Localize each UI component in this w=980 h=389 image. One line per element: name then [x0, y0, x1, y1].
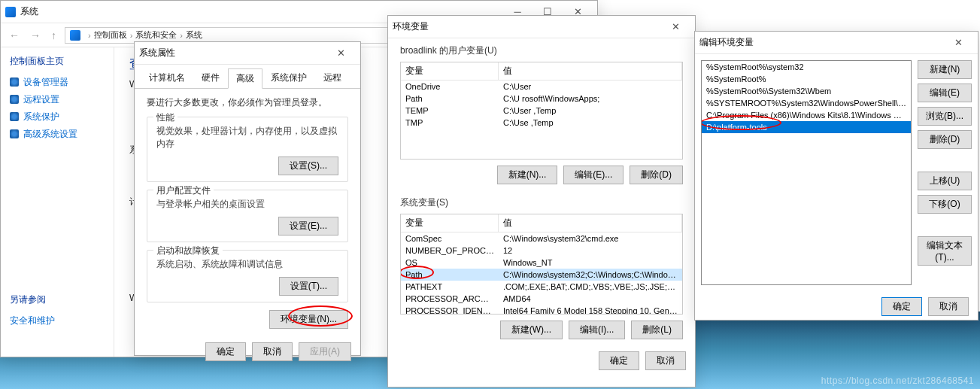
system-icon	[5, 7, 16, 17]
edit-env-var-dialog: 编辑环境变量 ✕ %SystemRoot%\system32%SystemRoo…	[694, 31, 978, 321]
side-button[interactable]: 上移(U)	[918, 172, 972, 190]
table-row[interactable]: PathC:\U rosoft\WindowsApps;	[401, 93, 682, 105]
list-item[interactable]: %SystemRoot%	[702, 73, 911, 85]
see-also-header: 另请参阅	[10, 293, 105, 306]
side-button[interactable]: 编辑文本(T)...	[918, 236, 972, 266]
table-row[interactable]: PATHEXT.COM;.EXE;.BAT;.CMD;.VBS;.VBE;.JS…	[401, 281, 682, 293]
sidebar-header[interactable]: 控制面板主页	[10, 55, 105, 68]
tab-advanced[interactable]: 高级	[228, 68, 262, 89]
ok-button[interactable]: 确定	[205, 342, 246, 361]
side-button[interactable]: 编辑(E)	[918, 84, 972, 102]
dialog-title: 编辑环境变量	[699, 36, 943, 49]
list-item[interactable]: C:\Program Files (x86)\Windows Kits\8.1\…	[702, 109, 911, 121]
user-edit-button[interactable]: 编辑(E)...	[563, 166, 623, 184]
cancel-button[interactable]: 取消	[645, 351, 686, 370]
sidebar-item-protection[interactable]: 系统保护	[10, 108, 105, 126]
dialog-title: 系统属性	[139, 47, 326, 59]
pc-icon	[70, 30, 80, 41]
close-button[interactable]: ✕	[660, 21, 690, 32]
table-row[interactable]: OSWindows_NT	[401, 257, 682, 269]
nav-fwd[interactable]: →	[28, 29, 43, 41]
table-row[interactable]: OneDriveC:\User	[401, 81, 682, 93]
group-profiles: 用户配置文件 与登录帐户相关的桌面设置 设置(E)...	[147, 190, 348, 242]
user-delete-button[interactable]: 删除(D)	[630, 166, 683, 184]
sys-edit-button[interactable]: 编辑(I)...	[569, 321, 625, 339]
sidebar-item-remote[interactable]: 远程设置	[10, 91, 105, 108]
env-vars-button[interactable]: 环境变量(N)...	[269, 310, 348, 329]
dialog-title: 环境变量	[393, 20, 660, 33]
group-startup: 启动和故障恢复 系统启动、系统故障和调试信息 设置(T)...	[147, 250, 348, 302]
table-row[interactable]: PROCESSOR_IDENTIFIERIntel64 Family 6 Mod…	[401, 305, 682, 315]
group-performance: 性能 视觉效果，处理器计划，内存使用，以及虚拟内存 设置(S)...	[147, 117, 348, 182]
list-item[interactable]: %SystemRoot%\System32\Wbem	[702, 85, 911, 97]
sys-vars-table[interactable]: 变量值 ComSpecC:\Windows\system32\cmd.exeNU…	[400, 214, 683, 315]
user-vars-table[interactable]: 变量值 OneDriveC:\UserPathC:\U rosoft\Windo…	[400, 62, 683, 160]
tab-computer-name[interactable]: 计算机名	[141, 68, 193, 88]
table-row[interactable]: ComSpecC:\Windows\system32\cmd.exe	[401, 232, 682, 245]
settings-e-button[interactable]: 设置(E)...	[278, 217, 338, 236]
sys-vars-label: 系统变量(S)	[388, 190, 695, 211]
tab-remote[interactable]: 远程	[315, 68, 350, 88]
table-row[interactable]: NUMBER_OF_PROCESSORS12	[401, 245, 682, 257]
ok-button[interactable]: 确定	[599, 351, 639, 370]
env-vars-dialog: 环境变量 ✕ broadlink 的用户变量(U) 变量值 OneDriveC:…	[387, 15, 696, 387]
apply-button[interactable]: 应用(A)	[299, 342, 351, 361]
cancel-button[interactable]: 取消	[928, 297, 969, 316]
table-row[interactable]: TMPC:\Use ,Temp	[401, 117, 682, 129]
see-also-security[interactable]: 安全和维护	[10, 312, 105, 330]
close-button[interactable]: ✕	[326, 47, 356, 59]
ok-button[interactable]: 确定	[881, 297, 922, 316]
close-button[interactable]: ✕	[943, 37, 973, 48]
list-item[interactable]: %SystemRoot%\system32	[702, 61, 911, 73]
settings-t-button[interactable]: 设置(T)...	[279, 277, 338, 296]
sidebar-item-advanced[interactable]: 高级系统设置	[10, 126, 105, 143]
tabs: 计算机名 硬件 高级 系统保护 远程	[135, 65, 360, 89]
watermark: https://blog.csdn.net/zkt286468541	[821, 375, 974, 386]
sidebar: 控制面板主页 设备管理器 远程设置 系统保护 高级系统设置 另请参阅 安全和维护	[1, 47, 114, 357]
admin-note: 要进行大多数更改，你必须作为管理员登录。	[147, 96, 348, 109]
path-list[interactable]: %SystemRoot%\system32%SystemRoot%%System…	[701, 60, 912, 285]
list-item[interactable]: D:\platform-tools	[702, 121, 911, 133]
user-new-button[interactable]: 新建(N)...	[497, 166, 558, 184]
user-vars-label: broadlink 的用户变量(U)	[388, 38, 695, 59]
nav-up[interactable]: ↑	[49, 29, 59, 41]
sys-delete-button[interactable]: 删除(L)	[631, 321, 683, 339]
table-row[interactable]: TEMPC:\User ,Temp	[401, 105, 682, 117]
side-button[interactable]: 删除(D)	[918, 130, 972, 149]
cancel-button[interactable]: 取消	[252, 342, 293, 361]
table-row[interactable]: PathC:\Windows\system32;C:\Windows;C:\Wi…	[401, 269, 682, 281]
sys-new-button[interactable]: 新建(W)...	[500, 321, 563, 339]
settings-s-button[interactable]: 设置(S)...	[278, 157, 338, 175]
side-button[interactable]: 浏览(B)...	[918, 107, 972, 126]
system-properties-dialog: 系统属性 ✕ 计算机名 硬件 高级 系统保护 远程 要进行大多数更改，你必须作为…	[134, 41, 361, 356]
nav-back[interactable]: ←	[7, 29, 22, 41]
list-item[interactable]: %SYSTEMROOT%\System32\WindowsPowerShell\…	[702, 97, 911, 109]
sidebar-item-device-manager[interactable]: 设备管理器	[10, 74, 105, 91]
tab-protection[interactable]: 系统保护	[262, 68, 315, 88]
table-row[interactable]: PROCESSOR_ARCHITECT...AMD64	[401, 293, 682, 305]
side-button[interactable]: 下移(O)	[918, 195, 972, 214]
side-button[interactable]: 新建(N)	[918, 60, 972, 79]
tab-hardware[interactable]: 硬件	[193, 68, 228, 88]
